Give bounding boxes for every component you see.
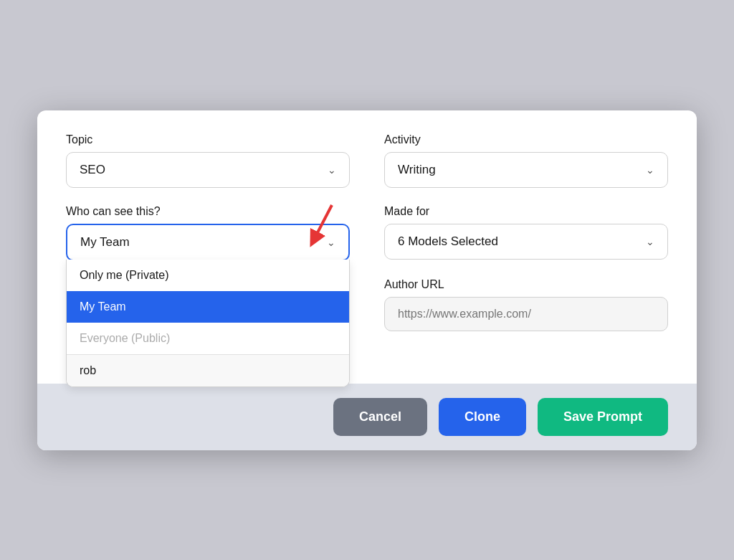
clone-button[interactable]: Clone: [439, 398, 526, 436]
topic-group: Topic SEO ⌄: [66, 133, 350, 188]
author-url-group: Author URL: [384, 278, 668, 331]
activity-select[interactable]: Writing ⌄: [384, 152, 668, 188]
made-for-value: 6 Models Selected: [398, 234, 498, 249]
made-for-chevron-icon: ⌄: [646, 236, 654, 247]
cancel-button[interactable]: Cancel: [333, 398, 427, 436]
topic-value: SEO: [80, 163, 105, 177]
dropdown-option-team[interactable]: My Team: [67, 291, 349, 323]
topic-select[interactable]: SEO ⌄: [66, 152, 350, 188]
visibility-value: My Team: [80, 235, 130, 250]
made-for-label: Made for: [384, 205, 668, 218]
visibility-group: Who can see this? My Team ⌄: [66, 205, 350, 261]
author-url-input[interactable]: [384, 297, 668, 331]
visibility-select[interactable]: My Team ⌄: [66, 224, 350, 261]
dropdown-option-user[interactable]: rob: [67, 354, 349, 386]
activity-value: Writing: [398, 163, 436, 177]
activity-chevron-icon: ⌄: [646, 164, 654, 176]
visibility-chevron-icon: ⌄: [327, 237, 335, 248]
modal: Topic SEO ⌄ Activity Writing ⌄ Who can s…: [37, 110, 697, 450]
save-prompt-button[interactable]: Save Prompt: [538, 398, 668, 436]
topic-chevron-icon: ⌄: [328, 164, 336, 176]
dropdown-option-public[interactable]: Everyone (Public): [67, 323, 349, 354]
modal-footer: Cancel Clone Save Prompt: [37, 384, 697, 450]
visibility-label: Who can see this?: [66, 205, 350, 218]
activity-group: Activity Writing ⌄: [384, 133, 668, 188]
visibility-dropdown-container: My Team ⌄ Only me (Private) My Team Ever…: [66, 224, 350, 261]
dropdown-option-private[interactable]: Only me (Private): [67, 260, 349, 291]
activity-label: Activity: [384, 133, 668, 146]
made-for-group: Made for 6 Models Selected ⌄: [384, 205, 668, 261]
made-for-select[interactable]: 6 Models Selected ⌄: [384, 224, 668, 260]
visibility-dropdown-menu: Only me (Private) My Team Everyone (Publ…: [66, 260, 350, 387]
author-url-label: Author URL: [384, 278, 668, 291]
topic-label: Topic: [66, 133, 350, 146]
